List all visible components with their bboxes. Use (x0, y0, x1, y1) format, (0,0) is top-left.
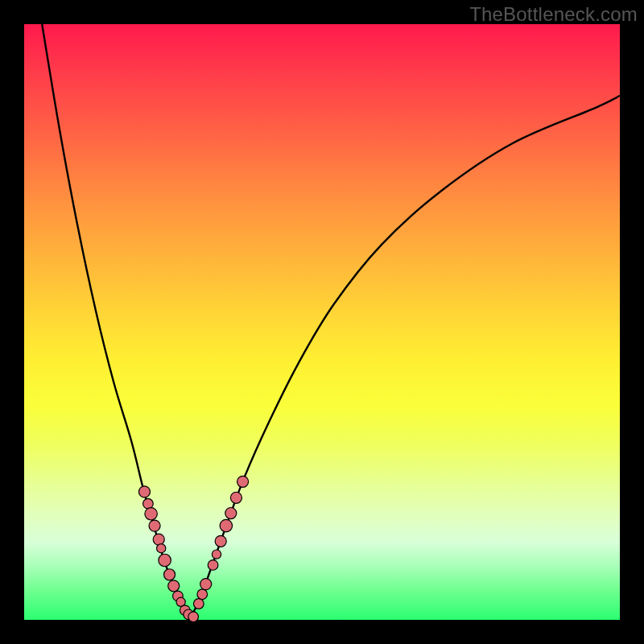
data-marker (225, 508, 237, 519)
data-marker (164, 569, 175, 580)
curve-layer (24, 24, 620, 620)
data-marker (145, 508, 157, 520)
data-marker (230, 492, 242, 503)
curve-left-branch (42, 24, 191, 617)
plot-area (24, 24, 620, 620)
data-marker (138, 486, 150, 497)
data-marker (220, 519, 232, 531)
data-marker (212, 550, 221, 559)
data-markers (138, 476, 248, 621)
curve-right-branch (191, 96, 620, 617)
data-marker (197, 589, 208, 600)
data-marker (215, 535, 226, 547)
chart-frame: TheBottleneck.com (0, 0, 644, 644)
data-marker (168, 580, 180, 592)
data-marker (200, 579, 212, 590)
data-marker (188, 612, 199, 622)
data-marker (149, 520, 160, 531)
attribution-text: TheBottleneck.com (469, 3, 638, 26)
data-marker (237, 476, 249, 487)
data-marker (159, 554, 171, 566)
data-marker (153, 534, 164, 545)
data-marker (193, 599, 204, 609)
data-marker (208, 560, 218, 571)
data-marker (157, 544, 166, 553)
